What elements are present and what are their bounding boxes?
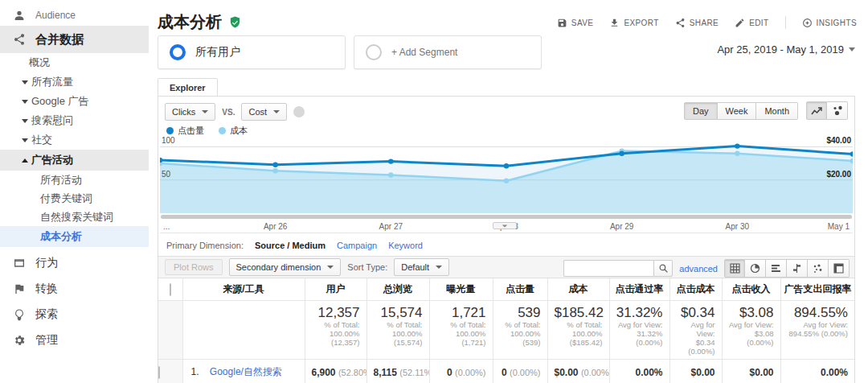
y-axis-left-tick: 50	[162, 170, 170, 179]
chevron-down-icon	[273, 110, 280, 113]
granularity-month-button[interactable]: Month	[756, 102, 798, 120]
table-summary-row: 12,357 % of Total: 100.00% (12,357) 15,5…	[158, 301, 854, 360]
segment-label: 所有用户	[195, 45, 240, 60]
column-header-ctr[interactable]: 点击通过率	[609, 278, 669, 301]
sidebar-item-merged-data[interactable]: 合并数据	[0, 26, 149, 53]
sidebar-item-all-traffic[interactable]: 所有流量	[0, 72, 149, 92]
pivot-view-button[interactable]	[829, 259, 850, 278]
column-header-impressions[interactable]: 曝光量	[429, 278, 493, 301]
person-icon	[13, 9, 26, 22]
date-range-picker[interactable]: Apr 25, 2019 - May 1, 2019	[717, 43, 855, 56]
performance-view-button[interactable]	[766, 259, 787, 278]
granularity-day-button[interactable]: Day	[684, 102, 718, 120]
tab-strip: Explorer	[149, 77, 868, 96]
metric-a-select[interactable]: Clicks	[165, 103, 215, 121]
sidebar-item-admin[interactable]: 管理	[0, 327, 149, 353]
motion-chart-icon	[832, 105, 843, 116]
advanced-filter-link[interactable]: advanced	[679, 264, 718, 274]
primary-dimension-bar: Primary Dimension: Source / Medium Campa…	[158, 233, 854, 256]
segment-ring-icon	[170, 44, 186, 60]
summary-roas: 894.55% Avg for View: 894.55% (0.00%)	[780, 301, 854, 360]
column-header-cost[interactable]: 成本	[547, 278, 609, 301]
sidebar-item-label: 转换	[35, 282, 58, 296]
pivot-view-icon	[833, 263, 844, 274]
chevron-down-icon	[22, 100, 28, 104]
export-button[interactable]: EXPORT	[609, 18, 658, 28]
column-header-rpc[interactable]: 点击收入	[722, 278, 780, 301]
sidebar-item-overview[interactable]: 概况	[0, 53, 149, 72]
sidebar-item-behavior[interactable]: 行为	[0, 250, 149, 276]
chevron-down-icon	[202, 110, 208, 113]
dimension-keyword-link[interactable]: Keyword	[388, 241, 423, 250]
save-icon	[557, 18, 567, 28]
sidebar-item-label: 付费关键词	[40, 192, 92, 206]
sidebar-item-google-ads[interactable]: Google 广告	[0, 92, 149, 111]
cost-analysis-page: Audience 合并数据 概况 所有流量 Google 广告 搜索慰问 社交	[0, 0, 868, 383]
column-header-pageviews[interactable]: 总浏览	[366, 278, 429, 301]
granularity-week-button[interactable]: Week	[718, 102, 757, 120]
motion-chart-button[interactable]	[827, 101, 848, 120]
sidebar-item-paid-keywords[interactable]: 付费关键词	[0, 189, 149, 208]
column-header-clicks[interactable]: 点击量	[493, 278, 547, 301]
column-header-users[interactable]: 用户	[305, 278, 366, 301]
row-checkbox[interactable]	[158, 366, 160, 379]
add-segment-label: + Add Segment	[391, 47, 457, 58]
report-actions: SAVE EXPORT SHARE EDIT INSIGHTS	[557, 16, 857, 29]
comparison-view-button[interactable]	[787, 259, 808, 278]
search-button[interactable]	[653, 260, 673, 277]
metric-picker-row: Clicks VS. Cost Day Week Month	[158, 97, 854, 122]
select-all-checkbox[interactable]	[170, 283, 171, 296]
save-button[interactable]: SAVE	[557, 18, 594, 28]
table-toolbar-right: advanced	[563, 259, 850, 278]
add-metric-button[interactable]	[293, 106, 305, 117]
chevron-down-icon	[22, 119, 28, 123]
metric-b-select[interactable]: Cost	[241, 103, 287, 121]
column-header-source[interactable]: 来源/工具	[182, 278, 305, 301]
tab-explorer[interactable]: Explorer	[158, 78, 218, 96]
sidebar-item-social[interactable]: 社交	[0, 130, 149, 150]
source-medium-link[interactable]: Google/自然搜索	[210, 366, 282, 377]
dimension-source-medium[interactable]: Source / Medium	[255, 241, 326, 250]
sidebar-item-campaigns[interactable]: 广告活动	[0, 150, 149, 171]
column-header-roas[interactable]: 广告支出回报率	[780, 278, 854, 301]
sort-type-select[interactable]: Default	[394, 258, 449, 276]
chart-type-group	[806, 101, 848, 120]
secondary-dimension-select[interactable]: Secondary dimension	[229, 258, 342, 276]
sidebar-item-label: Audience	[35, 10, 76, 21]
sidebar-item-all-campaigns[interactable]: 所有活动	[0, 171, 149, 189]
sidebar-item-discover[interactable]: 探索	[0, 302, 149, 327]
sidebar-item-audience[interactable]: Audience	[0, 5, 149, 26]
insights-button[interactable]: INSIGHTS	[802, 18, 857, 28]
chevron-down-icon	[22, 138, 28, 142]
view-toggle-group	[724, 259, 850, 278]
lightbulb-icon	[13, 308, 26, 321]
share-icon	[675, 18, 686, 28]
sidebar-item-conversions[interactable]: 转换	[0, 276, 149, 302]
share-button[interactable]: SHARE	[675, 18, 719, 28]
edit-button[interactable]: EDIT	[735, 18, 768, 28]
dimension-campaign-link[interactable]: Campaign	[337, 241, 377, 250]
search-input[interactable]	[563, 260, 653, 277]
term-cloud-view-button[interactable]	[808, 259, 829, 278]
sidebar-item-organic-keywords[interactable]: 自然搜索关键词	[0, 208, 149, 226]
chart-legend: 点击量 成本	[158, 122, 854, 137]
sidebar-item-search-console[interactable]: 搜索慰问	[0, 111, 149, 130]
plot-rows-button[interactable]: Plot Rows	[165, 259, 223, 275]
summary-cost: $185.42 % of Total: 100.00% ($185.42)	[547, 301, 609, 360]
sidebar-item-label: Google 广告	[31, 94, 89, 109]
x-axis: ... Apr 26 Apr 27 Apr 28 Apr 29 Apr 30 M…	[160, 220, 853, 233]
chart-range-scrollbar[interactable]	[161, 215, 852, 219]
sidebar-item-label: 概况	[29, 56, 50, 70]
table-view-button[interactable]	[724, 259, 745, 278]
add-segment-button[interactable]: + Add Segment	[354, 35, 542, 69]
percentage-view-button[interactable]	[745, 259, 766, 278]
line-chart-button[interactable]	[806, 101, 827, 120]
sidebar-item-label: 广告活动	[31, 153, 73, 167]
gear-icon	[13, 334, 26, 347]
summary-rpc: $3.08 Avg for View: $3.08 (0.00%)	[722, 301, 780, 360]
segment-all-users[interactable]: 所有用户	[158, 35, 346, 69]
column-header-cpc[interactable]: 点击成本	[669, 278, 722, 301]
chart-canvas	[160, 137, 853, 213]
chart-collapse-button[interactable]	[493, 222, 517, 229]
sidebar-item-cost-analysis[interactable]: 成本分析	[0, 226, 149, 247]
